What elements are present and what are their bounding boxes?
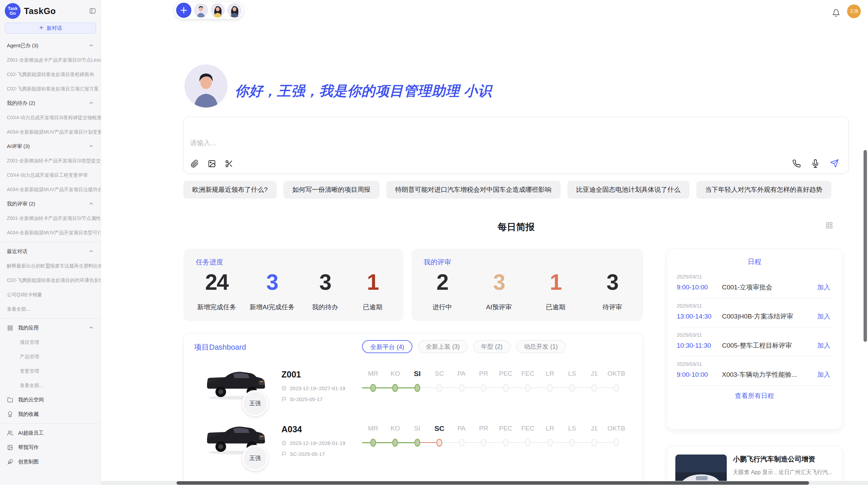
join-meeting-link[interactable]: 加入 xyxy=(817,283,832,292)
milestone-dot xyxy=(370,439,376,447)
project-filter-chip[interactable]: 动总开发 (1) xyxy=(516,340,566,353)
recent-conversation-item[interactable]: 解释最新出台的欧盟报废车法规再生塑料比例被调至15%... xyxy=(0,259,101,273)
attachment-icon[interactable] xyxy=(191,160,199,168)
sidebar-task-item[interactable]: C02-飞腾新能源轻客改款项目里程碑画布 xyxy=(0,67,101,82)
stat-value: 3 xyxy=(266,271,278,293)
add-agent-button[interactable] xyxy=(176,3,191,18)
sidebar-item-my-apps[interactable]: 我的应用 xyxy=(0,321,101,335)
sidebar-item-help-me-write[interactable]: 帮我写作 xyxy=(0,440,101,455)
stat-label: 已逾期 xyxy=(363,303,382,312)
sidebar-item-creative-drawing[interactable]: 创意制图 xyxy=(0,455,101,469)
sidebar-group-header[interactable]: AI评审 (3) xyxy=(0,139,101,153)
stat-value: 3 xyxy=(320,271,331,293)
project-date-range: 2023-12-19~2026-01-19 xyxy=(281,440,345,446)
sidebar-task-item[interactable]: C0X4-动力总成开发项目SI里程碑提交物检查 xyxy=(0,110,101,125)
sidebar-task-item[interactable]: Z001-全新燃油轻卡产品开发项目SI造型提交物评审 xyxy=(0,153,101,168)
sidebar-item-cloud-space[interactable]: 我的云空间 xyxy=(0,393,101,407)
chat-input[interactable] xyxy=(190,138,601,150)
sidebar-task-item[interactable]: Z001-全新燃油轻卡产品开发项目SI节点属性5D文件评审 xyxy=(0,211,101,225)
vertical-scrollbar-thumb[interactable] xyxy=(864,150,867,342)
stat-columns: 2进行中3AI预评审1已逾期3待评审 xyxy=(424,267,631,312)
sidebar-group-title: 我的待办 (2) xyxy=(7,100,35,107)
app-sub-item[interactable]: 项目管理 xyxy=(0,335,101,349)
sidebar-task-item[interactable]: A034-全新新能源MUV产品开发项目法规符合性评审 xyxy=(0,182,101,197)
agent-avatar[interactable] xyxy=(227,3,242,17)
clock-icon xyxy=(281,440,287,446)
stat-value: 2 xyxy=(436,271,448,293)
sidebar-item-ai-super-staff[interactable]: AI超级员工 xyxy=(0,426,101,440)
news-card[interactable]: 小鹏飞行汽车制造公司增资 天眼查 App 显示，近日广州汇天飞行汽... xyxy=(667,446,842,485)
chevron-up-icon xyxy=(88,201,94,207)
milestone-label: PR xyxy=(473,424,495,433)
suggestion-chip[interactable]: 如何写一份清晰的项目周报 xyxy=(284,181,379,199)
stat-column: 3待评审 xyxy=(595,267,629,312)
sidebar-group-header[interactable]: 我的评审 (2) xyxy=(0,197,101,211)
composer-attachments xyxy=(191,160,233,168)
flag-icon xyxy=(281,397,287,402)
stat-card-title: 我的评审 xyxy=(424,258,631,267)
suggestion-chip[interactable]: 当下年轻人对汽车外观有怎样的喜好趋势 xyxy=(696,181,831,199)
image-upload-icon[interactable] xyxy=(208,160,216,168)
new-chat-button[interactable]: 新对话 xyxy=(5,23,96,34)
project-row: 王强A0342023-12-19~2026-01-19SC-2025-05-17… xyxy=(184,422,643,475)
join-meeting-link[interactable]: 加入 xyxy=(817,341,832,350)
suggestion-chip[interactable]: 特朗普可能对进口汽车增税会对中国车企造成哪些影响 xyxy=(386,181,560,199)
join-meeting-link[interactable]: 加入 xyxy=(817,370,832,379)
sidebar-tools: AI超级员工帮我写作创意制图 xyxy=(0,426,101,469)
milestone-label: J1 xyxy=(583,424,605,433)
send-icon[interactable] xyxy=(830,159,839,168)
sidebar-group-header[interactable]: 我的待办 (2) xyxy=(0,96,101,110)
view-all-schedule-link[interactable]: 查看所有日程 xyxy=(667,386,842,406)
recent-view-all-link[interactable]: 查看全部... xyxy=(0,302,101,316)
sidebar-task-item[interactable]: A034-全新新能源MUV产品开发项目计划变更表编写 xyxy=(0,125,101,139)
agent-avatar[interactable] xyxy=(210,3,225,17)
sidebar-task-item[interactable]: C0X4-动力总成开发项目工程变更评审 xyxy=(0,168,101,182)
logo-line-1: Task xyxy=(8,6,18,11)
milestone-label: PEC xyxy=(495,424,517,433)
app-window: Task Go TaskGo 新对话 Agent已办 (3)Z001-全新燃油皮… xyxy=(0,0,868,485)
suggestion-chip[interactable]: 比亚迪全固态电池计划具体说了什么 xyxy=(567,181,689,199)
agent-avatar[interactable] xyxy=(194,3,208,17)
recent-conversation-item[interactable]: 公司Q3轻卡销量 xyxy=(0,287,101,302)
schedule-time: 13:00-14:30 xyxy=(677,313,722,320)
app-sub-item[interactable]: 变更管理 xyxy=(0,364,101,378)
milestone-dot xyxy=(569,439,575,447)
composer-actions xyxy=(792,159,839,168)
sidebar-task-item[interactable]: C02-飞腾新能源轻客改款项目立项汇报方案 xyxy=(0,82,101,96)
collapse-sidebar-icon[interactable] xyxy=(89,8,96,14)
sidebar-recent-header[interactable]: 最近对话 xyxy=(0,244,101,259)
sidebar-task-item[interactable]: A034-全新新能源MUV产品开发项目造型可行性评审 xyxy=(0,225,101,240)
milestone-label: MR xyxy=(362,424,384,433)
voice-call-icon[interactable] xyxy=(792,159,801,168)
stat-label: AI预评审 xyxy=(486,303,512,312)
layout-grid-icon[interactable] xyxy=(825,222,833,231)
sidebar-task-item[interactable]: Z001-全新燃油皮卡产品开发项目SI节点Lesson Learn报告 xyxy=(0,53,101,67)
screenshot-scissors-icon[interactable] xyxy=(225,160,233,168)
microphone-icon[interactable] xyxy=(811,159,820,168)
project-filter-chip[interactable]: 全新上装 (3) xyxy=(418,340,468,353)
app-sub-item[interactable]: 产品管理 xyxy=(0,349,101,364)
chevron-up-icon xyxy=(88,100,94,106)
user-avatar[interactable]: 王强 xyxy=(847,4,861,18)
favorites-label: 我的收藏 xyxy=(18,411,39,418)
horizontal-scrollbar-thumb[interactable] xyxy=(177,481,809,485)
news-snippet: 天眼查 App 显示，近日广州汇天飞行汽... xyxy=(733,468,833,476)
stat-value: 24 xyxy=(205,271,228,293)
project-filter-chip[interactable]: 年型 (2) xyxy=(473,340,510,353)
join-meeting-link[interactable]: 加入 xyxy=(817,312,832,321)
next-milestone-text: SI-2025-05-17 xyxy=(290,396,323,402)
schedule-event-title: C003|H0B-方案冻结评审 xyxy=(722,312,817,321)
recent-conversation-item[interactable]: C02-飞腾新能源轻客改款项目的闭环通告反馈情况 xyxy=(0,273,101,287)
project-filter-chip[interactable]: 全新平台 (4) xyxy=(362,340,412,353)
sidebar-group-title: AI评审 (3) xyxy=(7,143,30,150)
assistant-avatar xyxy=(184,64,228,108)
chat-composer xyxy=(183,117,849,174)
suggestion-chip[interactable]: 欧洲新规最近颁布了什么? xyxy=(183,181,277,199)
schedule-item: 2025/03/1110:30-11:30C005-整车工程目标评审加入 xyxy=(677,327,832,357)
apps-view-all-link[interactable]: 查看全部... xyxy=(0,378,101,393)
award-icon xyxy=(7,411,13,417)
notification-bell-icon[interactable] xyxy=(832,9,840,18)
sidebar-item-favorites[interactable]: 我的收藏 xyxy=(0,407,101,421)
chevron-up-icon xyxy=(88,325,94,331)
sidebar-group-header[interactable]: Agent已办 (3) xyxy=(0,38,101,53)
